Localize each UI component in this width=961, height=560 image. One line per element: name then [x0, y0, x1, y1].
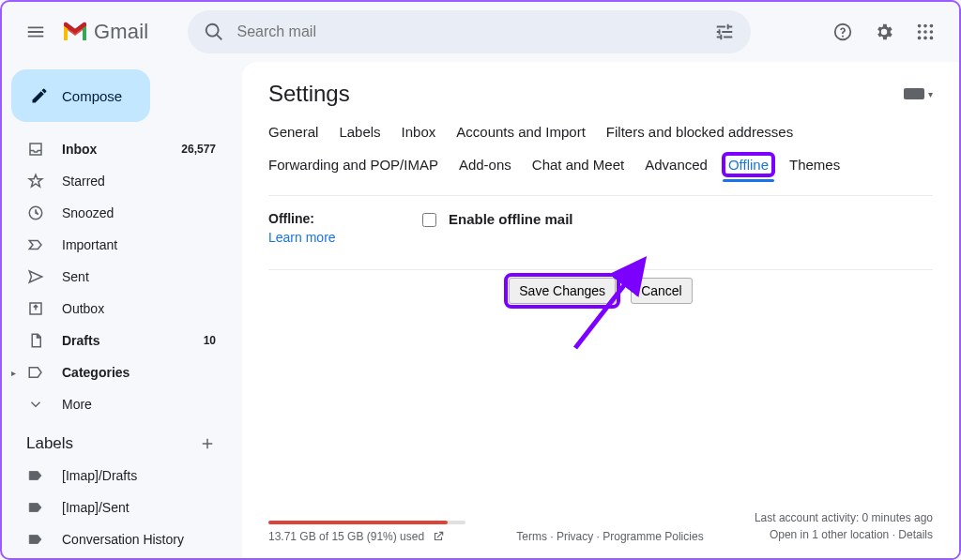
storage-indicator[interactable]: 13.71 GB of 15 GB (91%) used [268, 521, 465, 543]
svg-point-5 [930, 30, 934, 34]
sidebar-item-snoozed[interactable]: Snoozed [2, 197, 231, 229]
pencil-icon [30, 86, 49, 105]
add-label-button[interactable] [197, 433, 218, 454]
sidebar-item-inbox[interactable]: Inbox26,577 [2, 133, 231, 165]
sidebar-item-label: Outbox [62, 301, 216, 316]
gmail-logo[interactable]: Gmail [62, 20, 148, 44]
svg-point-7 [923, 37, 927, 40]
compose-label: Compose [62, 88, 122, 104]
enable-offline-label[interactable]: Enable offline mail [449, 211, 573, 227]
outbox-icon [26, 299, 45, 318]
labels-heading: Labels [2, 420, 242, 460]
label-icon [26, 530, 45, 549]
chevron-down-icon: ▾ [928, 89, 933, 99]
tab-inbox[interactable]: Inbox [402, 124, 436, 140]
input-tool-button[interactable]: ▾ [904, 88, 933, 99]
inbox-icon [26, 140, 45, 159]
cancel-button[interactable]: Cancel [631, 278, 693, 304]
keyboard-icon [904, 88, 924, 99]
activity-details-link[interactable]: Details [898, 528, 933, 541]
label-name: Conversation History [62, 532, 216, 547]
footer-policies[interactable]: Terms · Privacy · Programme Policies [516, 530, 703, 543]
sidebar-item-label: Drafts [62, 333, 187, 348]
tab-filters-and-blocked-addresses[interactable]: Filters and blocked addresses [606, 124, 793, 140]
tab-chat-and-meet[interactable]: Chat and Meet [532, 157, 624, 173]
svg-point-0 [918, 24, 922, 28]
draft-icon [26, 331, 45, 350]
categories-icon [26, 363, 45, 382]
header-actions [824, 13, 944, 51]
label-name: [Imap]/Drafts [62, 468, 216, 483]
sidebar-item-label: More [62, 397, 216, 412]
search-button[interactable] [195, 13, 233, 51]
search-input[interactable] [233, 23, 706, 40]
tab-general[interactable]: General [268, 124, 318, 140]
sidebar-item-count: 26,577 [181, 143, 216, 156]
sidebar-item-drafts[interactable]: Drafts10 [2, 325, 231, 356]
sidebar-item-label: Categories [62, 365, 216, 380]
svg-point-8 [930, 37, 934, 40]
label-item[interactable]: [Imap]/Sent [2, 492, 231, 523]
sidebar-item-count: 10 [204, 334, 216, 347]
tab-forwarding-and-pop-imap[interactable]: Forwarding and POP/IMAP [268, 157, 438, 173]
label-icon [26, 498, 45, 517]
clock-icon [26, 204, 45, 222]
more-icon [26, 395, 45, 414]
sidebar-item-sent[interactable]: Sent [2, 261, 231, 293]
sidebar: Compose Inbox26,577StarredSnoozedImporta… [2, 62, 242, 558]
svg-point-1 [923, 24, 927, 28]
main-menu-button[interactable] [17, 13, 54, 51]
sidebar-item-categories[interactable]: Categories [2, 356, 231, 388]
app-header: Gmail [2, 2, 959, 62]
settings-button[interactable] [865, 13, 903, 51]
apps-grid-icon [915, 22, 936, 42]
save-changes-button[interactable]: Save Changes [509, 278, 616, 304]
svg-point-2 [930, 24, 934, 28]
settings-tabs: GeneralLabelsInboxAccounts and ImportFil… [268, 124, 933, 173]
page-title: Settings [268, 81, 350, 107]
sidebar-item-more[interactable]: More [2, 388, 231, 420]
apps-button[interactable] [907, 13, 944, 51]
sidebar-item-label: Inbox [62, 142, 164, 157]
labels-heading-text: Labels [26, 434, 73, 453]
search-bar[interactable] [188, 10, 751, 53]
learn-more-link[interactable]: Learn more [268, 230, 381, 245]
support-button[interactable] [824, 13, 862, 51]
label-name: [Imap]/Sent [62, 500, 216, 515]
svg-point-3 [918, 30, 922, 34]
label-item[interactable]: Conversation History [2, 523, 231, 555]
gmail-logo-text: Gmail [94, 20, 148, 44]
enable-offline-checkbox[interactable] [422, 213, 436, 227]
compose-button[interactable]: Compose [11, 69, 150, 122]
sidebar-item-important[interactable]: Important [2, 229, 231, 261]
offline-setting-row: Offline: Learn more Enable offline mail [268, 196, 933, 254]
settings-actions: Save Changes Cancel [268, 270, 933, 304]
help-icon [832, 22, 853, 42]
sidebar-item-starred[interactable]: Starred [2, 165, 231, 197]
important-icon [26, 235, 45, 254]
search-options-button[interactable] [706, 13, 743, 51]
gear-icon [874, 22, 894, 42]
sidebar-item-outbox[interactable]: Outbox [2, 293, 231, 325]
tune-icon [714, 22, 735, 42]
plus-icon [199, 435, 216, 452]
tab-themes[interactable]: Themes [789, 157, 840, 173]
footer-activity: Last account activity: 0 minutes ago Ope… [755, 509, 933, 543]
tab-labels[interactable]: Labels [339, 124, 380, 140]
sidebar-item-label: Sent [62, 269, 216, 284]
settings-footer: 13.71 GB of 15 GB (91%) used Terms · Pri… [268, 491, 933, 543]
tab-accounts-and-import[interactable]: Accounts and Import [456, 124, 586, 140]
search-icon [204, 22, 224, 42]
activity-locations-link[interactable]: Open in 1 other location [770, 528, 889, 541]
sidebar-item-label: Starred [62, 174, 216, 189]
tab-advanced[interactable]: Advanced [645, 157, 708, 173]
tab-add-ons[interactable]: Add-ons [459, 157, 511, 173]
svg-point-6 [918, 37, 922, 40]
tab-offline[interactable]: Offline [725, 155, 772, 174]
storage-text: 13.71 GB of 15 GB (91%) used [268, 530, 424, 543]
label-item[interactable]: [Imap]/Drafts [2, 460, 231, 492]
label-icon [26, 466, 45, 485]
svg-point-4 [923, 30, 927, 34]
offline-heading: Offline: [268, 211, 314, 226]
sidebar-item-label: Snoozed [62, 205, 216, 220]
